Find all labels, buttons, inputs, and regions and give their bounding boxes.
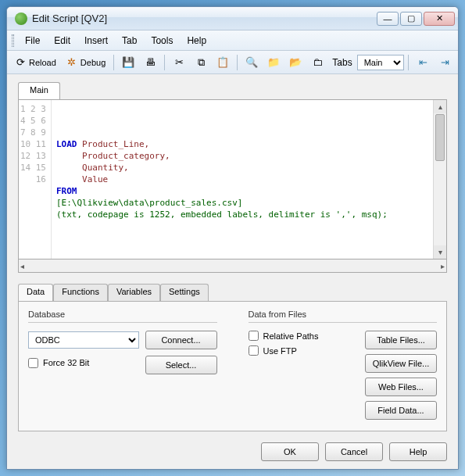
menu-edit[interactable]: Edit [48,33,77,48]
horizontal-scrollbar[interactable]: ◂ ▸ [18,259,447,273]
folder3-button[interactable]: 🗀 [307,54,327,71]
toolbar-sep4 [408,55,409,70]
web-files-button[interactable]: Web Files... [365,378,437,396]
menubar: File Edit Insert Tab Tools Help [7,30,458,51]
table-files-button[interactable]: Table Files... [365,331,437,349]
force32-checkbox[interactable] [28,358,38,368]
toolbar-sep3 [237,55,238,70]
menu-tab[interactable]: Tab [116,33,143,48]
titlebar[interactable]: Edit Script [QV2] — ▢ ✕ [7,7,458,30]
relative-paths-row[interactable]: Relative Paths [249,331,356,341]
copy-icon: ⧉ [195,56,207,69]
toolbar: ⟳ Reload ✲ Debug 💾 🖶 ✂ ⧉ 📋 🔍 📁 📂 🗀 Tabs … [7,51,458,74]
use-ftp-label: Use FTP [263,346,297,356]
qlikview-file-button[interactable]: QlikView File... [365,354,437,373]
maximize-button[interactable]: ▢ [400,12,422,26]
paste-button[interactable]: 📋 [213,54,233,71]
database-driver-select[interactable]: ODBC [28,331,139,349]
tab-prev-button[interactable]: ⇤ [413,54,433,71]
data-panel: Database ODBC Connect... Force 32 Bit Se… [18,301,447,431]
code-editor[interactable]: 1 2 3 4 5 6 7 8 9 10 11 12 13 14 15 16 L… [18,99,447,259]
scroll-thumb[interactable] [435,114,445,161]
save-icon: 💾 [122,56,134,69]
use-ftp-row[interactable]: Use FTP [249,345,356,356]
force32-row[interactable]: Force 32 Bit [28,358,139,368]
connect-button[interactable]: Connect... [145,331,217,349]
lower-tabs: Data Functions Variables Settings [18,284,447,301]
app-icon [15,13,27,25]
print-icon: 🖶 [144,56,156,69]
editor-tabs: Main [18,82,447,99]
cut-icon: ✂ [173,56,185,69]
ok-button[interactable]: OK [261,442,319,461]
tab-functions[interactable]: Functions [53,284,108,301]
search-button[interactable]: 🔍 [241,54,262,71]
files-group-label: Data from Files [249,310,438,319]
menu-help[interactable]: Help [181,33,213,48]
debug-button[interactable]: ✲ Debug [62,54,109,71]
folder-alt-icon: 🗀 [311,56,324,69]
reload-icon: ⟳ [14,56,27,69]
tab-next-icon: ⇥ [438,56,451,69]
folder-open-icon: 📂 [289,56,302,69]
use-ftp-checkbox[interactable] [249,345,259,356]
folder1-button[interactable]: 📁 [263,54,284,71]
search-icon: 🔍 [245,56,258,69]
code-area[interactable]: LOAD Product_Line, Product_category, Qua… [52,100,433,259]
folder2-button[interactable]: 📂 [285,54,306,71]
content-area: Main 1 2 3 4 5 6 7 8 9 10 11 12 13 14 15… [7,74,458,436]
line-gutter: 1 2 3 4 5 6 7 8 9 10 11 12 13 14 15 16 [19,100,52,259]
scroll-up-icon[interactable]: ▴ [434,100,446,113]
field-data-button[interactable]: Field Data... [365,401,437,420]
vertical-scrollbar[interactable]: ▴ ▾ [433,100,446,259]
divider [28,322,217,323]
copy-button[interactable]: ⧉ [191,54,211,71]
scroll-down-icon[interactable]: ▾ [434,245,446,259]
toolbar-sep2 [164,55,165,70]
relative-paths-checkbox[interactable] [249,331,259,341]
tab-prev-icon: ⇤ [417,56,429,69]
minimize-button[interactable]: — [377,12,399,26]
scroll-right-icon[interactable]: ▸ [441,262,445,270]
editor-tab-main[interactable]: Main [18,82,60,99]
menubar-grip [12,34,14,47]
force32-label: Force 32 Bit [43,358,89,367]
edit-script-window: Edit Script [QV2] — ▢ ✕ File Edit Insert… [6,6,459,470]
window-title: Edit Script [QV2] [32,13,377,24]
folder-icon: 📁 [267,56,280,69]
database-group-label: Database [28,310,217,319]
print-button[interactable]: 🖶 [140,54,160,71]
files-group: Data from Files Relative Paths Use FTP [249,310,438,420]
reload-label: Reload [29,58,56,67]
cancel-button[interactable]: Cancel [325,442,383,461]
tabs-label: Tabs [332,57,352,68]
paste-icon: 📋 [216,56,229,69]
tabs-dropdown[interactable]: Main [357,55,404,70]
debug-label: Debug [80,58,106,67]
toolbar-sep [113,55,114,70]
save-button[interactable]: 💾 [118,54,138,71]
tab-settings[interactable]: Settings [160,284,209,301]
help-button[interactable]: Help [389,442,447,461]
relative-paths-label: Relative Paths [263,331,319,341]
reload-button[interactable]: ⟳ Reload [10,54,60,71]
select-button[interactable]: Select... [145,356,217,374]
debug-icon: ✲ [66,56,78,69]
scroll-left-icon[interactable]: ◂ [20,262,24,270]
tab-next-button[interactable]: ⇥ [435,54,455,71]
cut-button[interactable]: ✂ [169,54,189,71]
menu-file[interactable]: File [19,33,46,48]
tab-data[interactable]: Data [18,284,53,301]
divider2 [249,322,438,323]
menu-insert[interactable]: Insert [78,33,114,48]
database-group: Database ODBC Connect... Force 32 Bit Se… [28,310,217,420]
menu-tools[interactable]: Tools [145,33,179,48]
tab-variables[interactable]: Variables [108,284,160,301]
dialog-footer: OK Cancel Help [7,436,458,469]
close-button[interactable]: ✕ [424,12,455,26]
